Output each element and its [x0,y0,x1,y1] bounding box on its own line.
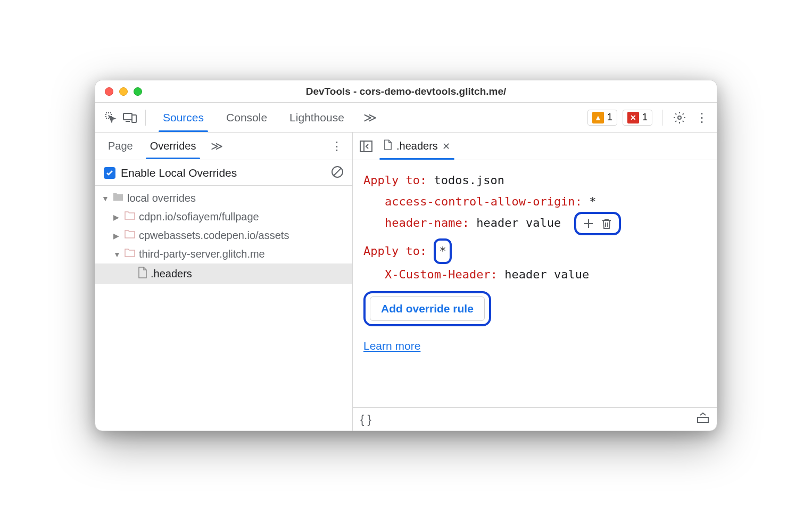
chevron-down-icon: ▼ [113,250,121,259]
add-header-icon[interactable] [582,217,595,230]
tree-item-label: cpwebassets.codepen.io/assets [139,229,289,242]
add-override-rule-button[interactable]: Add override rule [370,296,485,321]
add-rule-highlight: Add override rule [363,291,491,326]
inspect-element-icon[interactable] [103,110,119,126]
svg-rect-11 [698,417,708,423]
editor-tabs: .headers ✕ [353,133,717,160]
file-icon [138,267,147,281]
header-name[interactable]: header-name [385,212,462,234]
warnings-count: 1 [607,112,612,123]
overrides-tree: ▼ local overrides ▶ cdpn.io/sofiayem/ful… [95,186,352,431]
sidebar-more-tabs-icon[interactable]: ≫ [205,139,228,153]
sidebar-tab-overrides[interactable]: Overrides [143,134,204,159]
enable-overrides-checkbox[interactable] [104,167,115,179]
error-icon: ✕ [627,112,639,123]
tree-item-label: .headers [151,268,192,280]
tree-folder[interactable]: ▶ cdpn.io/sofiayem/fullpage [95,208,352,226]
tree-root-label: local overrides [127,192,196,204]
toolbar-divider [662,110,662,126]
editor-pane: .headers ✕ Apply to: todos.json access-c… [353,133,717,431]
sidebar-tabs: Page Overrides ≫ ⋮ [95,133,352,160]
header-value[interactable]: header value [476,216,561,229]
devtools-window: DevTools - cors-demo-devtools.glitch.me/… [95,80,717,431]
file-icon [384,139,392,153]
header-name[interactable]: access-control-allow-origin [385,191,575,212]
clear-overrides-icon[interactable] [331,166,344,180]
enable-overrides-label: Enable Local Overrides [121,167,237,179]
svg-rect-3 [132,115,136,122]
delete-header-icon[interactable] [600,217,614,230]
header-name[interactable]: X-Custom-Header [385,264,491,285]
tree-root[interactable]: ▼ local overrides [95,189,352,208]
editor-body[interactable]: Apply to: todos.json access-control-allo… [353,160,717,407]
close-window-button[interactable] [105,87,113,96]
content-area: Page Overrides ≫ ⋮ Enable Local Override… [95,133,717,431]
tree-file-selected[interactable]: .headers [95,263,352,284]
svg-point-4 [678,116,681,119]
folder-icon [124,211,136,223]
tab-lighthouse[interactable]: Lighthouse [280,104,354,131]
close-tab-icon[interactable]: ✕ [442,141,450,152]
tab-sources[interactable]: Sources [153,104,213,131]
tree-folder[interactable]: ▶ cpwebassets.codepen.io/assets [95,226,352,245]
apply-to-target[interactable]: todos.json [434,174,504,187]
traffic-lights [105,87,142,96]
chevron-right-icon: ▶ [113,232,121,240]
maximize-window-button[interactable] [134,87,142,96]
folder-icon [124,229,136,242]
tab-console[interactable]: Console [217,104,277,131]
errors-count: 1 [642,112,648,123]
svg-line-6 [334,168,341,176]
wildcard-highlight: * [434,238,451,264]
apply-to-target[interactable]: * [439,244,446,258]
errors-badge[interactable]: ✕ 1 [623,110,652,126]
toggle-navigator-icon[interactable] [358,138,374,154]
folder-icon [124,248,136,260]
more-menu-icon[interactable]: ⋮ [692,108,711,127]
header-actions-highlight [574,212,621,235]
editor-tab-headers[interactable]: .headers ✕ [379,133,454,159]
more-tabs-icon[interactable]: ≫ [357,110,383,125]
warning-icon: ▲ [592,112,604,123]
tree-folder[interactable]: ▼ third-party-server.glitch.me [95,245,352,263]
tree-item-label: cdpn.io/sofiayem/fullpage [139,211,259,223]
editor-statusbar: { } [353,407,717,431]
warnings-badge[interactable]: ▲ 1 [587,110,617,126]
apply-to-label: Apply to [363,244,420,258]
chevron-right-icon: ▶ [113,213,121,221]
chevron-down-icon: ▼ [102,194,109,203]
toolbar-divider [145,110,146,126]
tree-item-label: third-party-server.glitch.me [139,248,265,260]
window-title: DevTools - cors-demo-devtools.glitch.me/ [95,86,717,97]
svg-rect-1 [123,113,132,120]
editor-tab-label: .headers [396,140,438,152]
titlebar: DevTools - cors-demo-devtools.glitch.me/ [95,80,717,103]
minimize-window-button[interactable] [119,87,128,96]
sidebar-tab-page[interactable]: Page [101,134,140,159]
folder-icon [112,192,124,204]
settings-gear-icon[interactable] [670,108,689,127]
header-value[interactable]: * [589,195,596,208]
apply-to-label: Apply to [363,174,420,187]
sources-sidebar: Page Overrides ≫ ⋮ Enable Local Override… [95,133,353,431]
enable-overrides-row: Enable Local Overrides [95,160,352,186]
header-value[interactable]: header value [504,268,589,281]
main-toolbar: Sources Console Lighthouse ≫ ▲ 1 ✕ 1 ⋮ [95,103,717,133]
learn-more-link[interactable]: Learn more [363,336,706,356]
pretty-print-icon[interactable]: { } [360,413,371,426]
drawer-toggle-icon[interactable] [697,412,709,427]
device-toolbar-icon[interactable] [122,110,138,126]
sidebar-menu-icon[interactable]: ⋮ [327,139,347,153]
